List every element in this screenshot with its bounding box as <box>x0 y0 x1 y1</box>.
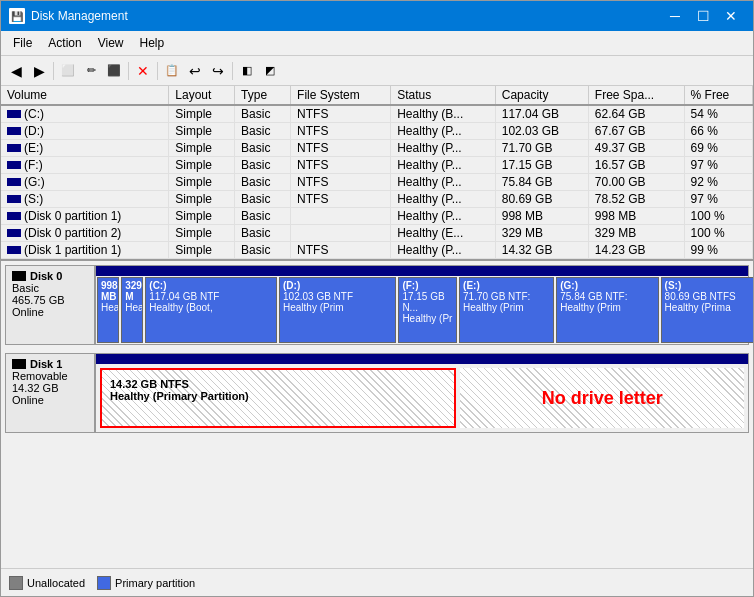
cell-volume: (D:) <box>1 123 169 140</box>
disk0-partition-7[interactable]: (S:)80.69 GB NTFSHealthy (Prima <box>661 277 753 343</box>
disk1-no-letter-area: No drive letter <box>460 368 744 428</box>
toolbar-btn-12[interactable]: ◩ <box>259 60 281 82</box>
cell-capacity: 998 MB <box>495 208 588 225</box>
toolbar-btn-11[interactable]: ◧ <box>236 60 258 82</box>
close-button[interactable]: ✕ <box>717 6 745 26</box>
col-capacity[interactable]: Capacity <box>495 86 588 105</box>
cell-type: Basic <box>235 242 291 259</box>
cell-fs: NTFS <box>291 191 391 208</box>
cell-fs: NTFS <box>291 123 391 140</box>
cell-pct: 97 % <box>684 157 752 174</box>
cell-status: Healthy (P... <box>391 191 496 208</box>
cell-capacity: 329 MB <box>495 225 588 242</box>
cell-fs: NTFS <box>291 140 391 157</box>
back-button[interactable]: ◀ <box>5 60 27 82</box>
legend-unallocated: Unallocated <box>9 576 85 590</box>
table-row[interactable]: (Disk 1 partition 1) Simple Basic NTFS H… <box>1 242 753 259</box>
cell-status: Healthy (E... <box>391 225 496 242</box>
window-title: Disk Management <box>31 9 128 23</box>
disk1-partition-sub: Healthy (Primary Partition) <box>110 390 446 402</box>
disk0-type: Basic <box>12 282 88 294</box>
disk-table[interactable]: Volume Layout Type File System Status Ca… <box>1 86 753 261</box>
disk1-type: Removable <box>12 370 88 382</box>
disk0-status: Online <box>12 306 88 318</box>
cell-fs <box>291 208 391 225</box>
cell-capacity: 75.84 GB <box>495 174 588 191</box>
menu-view[interactable]: View <box>90 33 132 53</box>
disk0-partition-3[interactable]: (D:)102.03 GB NTFHealthy (Prim <box>279 277 396 343</box>
table-row[interactable]: (G:) Simple Basic NTFS Healthy (P... 75.… <box>1 174 753 191</box>
disk0-partition-0[interactable]: 998 MBHealthy <box>97 277 119 343</box>
cell-capacity: 17.15 GB <box>495 157 588 174</box>
toolbar-btn-8[interactable]: 📋 <box>161 60 183 82</box>
disk1-partitions: 14.32 GB NTFS Healthy (Primary Partition… <box>95 353 749 433</box>
app-icon: 💾 <box>9 8 25 24</box>
cell-volume: (C:) <box>1 105 169 123</box>
toolbar-btn-4[interactable]: ✏ <box>80 60 102 82</box>
cell-free: 16.57 GB <box>588 157 684 174</box>
cell-free: 998 MB <box>588 208 684 225</box>
table-row[interactable]: (Disk 0 partition 2) Simple Basic Health… <box>1 225 753 242</box>
redo-button[interactable]: ↪ <box>207 60 229 82</box>
disk0-partition-4[interactable]: (F:)17.15 GB N...Healthy (Pr <box>398 277 457 343</box>
disk1-row: Disk 1 Removable 14.32 GB Online 14.32 G… <box>5 353 749 433</box>
disk0-partition-row: 998 MBHealthy329 MHealt(C:)117.04 GB NTF… <box>96 276 748 344</box>
disk0-partition-6[interactable]: (G:)75.84 GB NTF:Healthy (Prim <box>556 277 658 343</box>
menu-help[interactable]: Help <box>132 33 173 53</box>
disk1-label: Disk 1 Removable 14.32 GB Online <box>5 353 95 433</box>
col-status[interactable]: Status <box>391 86 496 105</box>
cell-capacity: 80.69 GB <box>495 191 588 208</box>
disk0-name: Disk 0 <box>30 270 62 282</box>
menu-file[interactable]: File <box>5 33 40 53</box>
table-row[interactable]: (F:) Simple Basic NTFS Healthy (P... 17.… <box>1 157 753 174</box>
cell-type: Basic <box>235 225 291 242</box>
no-drive-letter-text: No drive letter <box>542 388 663 409</box>
forward-button[interactable]: ▶ <box>28 60 50 82</box>
cell-pct: 66 % <box>684 123 752 140</box>
cell-layout: Simple <box>169 105 235 123</box>
col-pct[interactable]: % Free <box>684 86 752 105</box>
table-row[interactable]: (E:) Simple Basic NTFS Healthy (P... 71.… <box>1 140 753 157</box>
toolbar-btn-5[interactable]: ⬛ <box>103 60 125 82</box>
delete-button[interactable]: ✕ <box>132 60 154 82</box>
cell-pct: 54 % <box>684 105 752 123</box>
table-row[interactable]: (S:) Simple Basic NTFS Healthy (P... 80.… <box>1 191 753 208</box>
cell-type: Basic <box>235 105 291 123</box>
table-row[interactable]: (D:) Simple Basic NTFS Healthy (P... 102… <box>1 123 753 140</box>
cell-volume: (Disk 0 partition 2) <box>1 225 169 242</box>
cell-fs: NTFS <box>291 242 391 259</box>
cell-pct: 100 % <box>684 225 752 242</box>
disk1-name: Disk 1 <box>30 358 62 370</box>
maximize-button[interactable]: ☐ <box>689 6 717 26</box>
disk0-partition-5[interactable]: (E:)71.70 GB NTF:Healthy (Prim <box>459 277 554 343</box>
table-row[interactable]: (C:) Simple Basic NTFS Healthy (B... 117… <box>1 105 753 123</box>
cell-free: 70.00 GB <box>588 174 684 191</box>
col-type[interactable]: Type <box>235 86 291 105</box>
cell-capacity: 117.04 GB <box>495 105 588 123</box>
disk0-partition-1[interactable]: 329 MHealt <box>121 277 143 343</box>
undo-button[interactable]: ↩ <box>184 60 206 82</box>
disk0-partition-2[interactable]: (C:)117.04 GB NTFHealthy (Boot, <box>145 277 277 343</box>
cell-layout: Simple <box>169 208 235 225</box>
legend: Unallocated Primary partition <box>1 568 753 596</box>
disk0-partitions: 998 MBHealthy329 MHealt(C:)117.04 GB NTF… <box>95 265 749 345</box>
disk0-size: 465.75 GB <box>12 294 88 306</box>
legend-primary-box <box>97 576 111 590</box>
cell-fs <box>291 225 391 242</box>
cell-type: Basic <box>235 208 291 225</box>
cell-fs: NTFS <box>291 174 391 191</box>
col-fs[interactable]: File System <box>291 86 391 105</box>
col-free[interactable]: Free Spa... <box>588 86 684 105</box>
table-row[interactable]: (Disk 0 partition 1) Simple Basic Health… <box>1 208 753 225</box>
toolbar-btn-3[interactable]: ⬜ <box>57 60 79 82</box>
col-volume[interactable]: Volume <box>1 86 169 105</box>
cell-volume: (F:) <box>1 157 169 174</box>
legend-primary-label: Primary partition <box>115 577 195 589</box>
disk1-main-partition[interactable]: 14.32 GB NTFS Healthy (Primary Partition… <box>100 368 456 428</box>
legend-unallocated-label: Unallocated <box>27 577 85 589</box>
cell-fs: NTFS <box>291 157 391 174</box>
minimize-button[interactable]: ─ <box>661 6 689 26</box>
cell-layout: Simple <box>169 140 235 157</box>
col-layout[interactable]: Layout <box>169 86 235 105</box>
menu-action[interactable]: Action <box>40 33 89 53</box>
